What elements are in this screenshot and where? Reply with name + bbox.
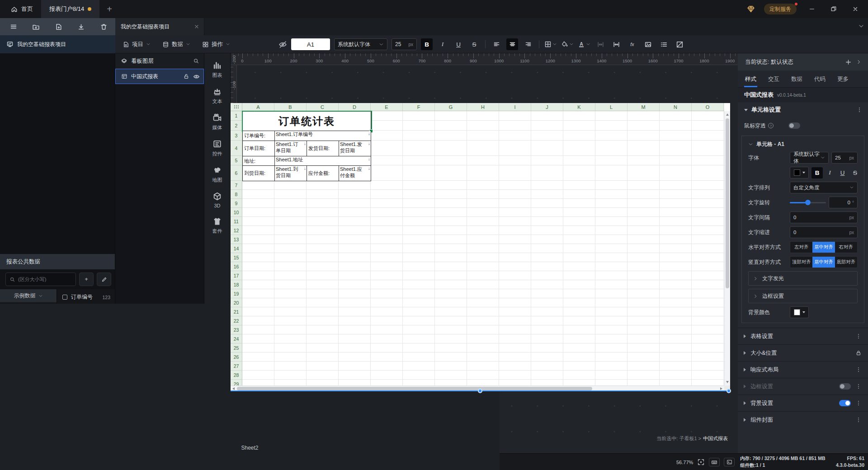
- gem-icon[interactable]: [747, 5, 755, 13]
- search-input[interactable]: (区分大小写): [5, 273, 76, 286]
- edit-dataset-button[interactable]: [97, 273, 111, 286]
- italic-button[interactable]: I: [437, 38, 448, 50]
- console-button[interactable]: [724, 458, 735, 466]
- sheet-cell-label[interactable]: 订单编号:: [243, 131, 275, 141]
- collapse-panel-icon[interactable]: [858, 23, 864, 29]
- borders-dropdown[interactable]: [544, 41, 557, 48]
- row-cells[interactable]: [242, 208, 724, 217]
- component-category-图表[interactable]: 图表: [204, 60, 230, 80]
- cell-reference-input[interactable]: A1: [291, 38, 330, 50]
- row-cells[interactable]: [242, 334, 724, 343]
- row-cells[interactable]: [242, 235, 724, 244]
- font-color-dropdown[interactable]: A: [578, 41, 590, 48]
- row-header-7[interactable]: 7: [231, 181, 242, 190]
- vertical-scroll-thumb[interactable]: [726, 118, 729, 288]
- scroll-down-arrow[interactable]: [726, 381, 729, 383]
- title-cell[interactable]: 订单统计表: [243, 112, 371, 131]
- row-header-25[interactable]: 25: [231, 343, 242, 352]
- close-button[interactable]: [849, 3, 862, 15]
- row-header-24[interactable]: 24: [231, 334, 242, 343]
- column-header-H[interactable]: H: [467, 103, 499, 111]
- chevron-right-icon[interactable]: [856, 59, 862, 65]
- font-color-swatch[interactable]: [790, 167, 809, 179]
- new-folder-icon[interactable]: [32, 23, 40, 31]
- valign-option-居中对齐[interactable]: 居中对齐: [812, 257, 835, 268]
- section-响应式布局[interactable]: 响应式布局: [738, 361, 868, 378]
- row-header-1[interactable]: 1: [231, 111, 242, 121]
- section-组件封面[interactable]: 组件封面: [738, 411, 868, 428]
- field-row[interactable]: 订单编号123: [57, 291, 115, 304]
- row-header-22[interactable]: 22: [231, 316, 242, 325]
- column-header-J[interactable]: J: [531, 103, 563, 111]
- tab-home[interactable]: 首页: [3, 0, 41, 18]
- column-header-M[interactable]: M: [627, 103, 660, 111]
- scroll-up-arrow[interactable]: [726, 113, 729, 116]
- font-size-input[interactable]: 25 px: [392, 38, 417, 50]
- align-right-button[interactable]: [522, 38, 534, 50]
- underline-button[interactable]: U: [837, 167, 848, 179]
- restore-button[interactable]: [827, 3, 840, 15]
- horizontal-scroll-thumb[interactable]: [237, 387, 592, 390]
- hide-eye-icon[interactable]: [278, 40, 287, 49]
- row-header-3[interactable]: 3: [231, 131, 242, 141]
- fill-color-dropdown[interactable]: [561, 41, 574, 48]
- merge-cells-button[interactable]: [594, 38, 606, 50]
- vertical-scrollbar[interactable]: [724, 111, 730, 385]
- column-header-L[interactable]: L: [595, 103, 627, 111]
- menu-icon[interactable]: [10, 23, 17, 30]
- row-header-16[interactable]: 16: [231, 262, 242, 271]
- row-cells[interactable]: [242, 226, 724, 235]
- menu-project[interactable]: 项目: [123, 41, 151, 48]
- layer-item-china-report[interactable]: 中国式报表: [115, 69, 204, 84]
- row-cells[interactable]: [242, 289, 724, 298]
- sheet-cell-data[interactable]: Sheet1.到货日期↓: [275, 166, 307, 181]
- column-header-K[interactable]: K: [563, 103, 595, 111]
- row-header-29[interactable]: 29: [231, 380, 242, 385]
- row-cells[interactable]: [242, 253, 724, 262]
- eye-icon[interactable]: [193, 73, 200, 80]
- row-cells[interactable]: [242, 298, 724, 307]
- column-header-A[interactable]: A: [242, 103, 274, 111]
- spreadsheet-component[interactable]: ABCDEFGHIJKLMNO 123456789101112131415161…: [231, 103, 730, 391]
- row-header-14[interactable]: 14: [231, 244, 242, 253]
- section-背景设置[interactable]: 背景设置: [738, 395, 868, 411]
- valign-option-底部对齐[interactable]: 底部对齐: [835, 257, 857, 268]
- cell-dropdown-arrow-icon[interactable]: ↓: [368, 131, 370, 137]
- row-cells[interactable]: [242, 316, 724, 325]
- row-header-19[interactable]: 19: [231, 289, 242, 298]
- kebab-icon[interactable]: [855, 400, 862, 406]
- kebab-icon[interactable]: [855, 383, 862, 390]
- tab-样式[interactable]: 样式: [745, 75, 756, 87]
- scroll-left-arrow[interactable]: [232, 387, 235, 390]
- row-cells[interactable]: [242, 271, 724, 280]
- row-header-17[interactable]: 17: [231, 271, 242, 280]
- row-cells[interactable]: [242, 262, 724, 271]
- row-header-23[interactable]: 23: [231, 325, 242, 334]
- column-header-G[interactable]: G: [435, 103, 467, 111]
- scroll-right-arrow[interactable]: [720, 387, 722, 390]
- sheet-cell-label[interactable]: 到货日期:: [243, 166, 275, 181]
- italic-button[interactable]: I: [824, 167, 835, 179]
- component-category-套件[interactable]: 套件: [204, 216, 230, 235]
- component-category-地图[interactable]: 地图: [204, 164, 230, 184]
- column-header-B[interactable]: B: [274, 103, 307, 111]
- row-header-15[interactable]: 15: [231, 253, 242, 262]
- row-header-27[interactable]: 27: [231, 362, 242, 371]
- row-cells[interactable]: [242, 217, 724, 226]
- cell-dropdown-arrow-icon[interactable]: ↓: [368, 166, 370, 172]
- download-icon[interactable]: [77, 23, 85, 31]
- halign-option-左对齐[interactable]: 左对齐: [790, 242, 812, 253]
- font-family-select[interactable]: 系统默认字体: [790, 152, 829, 164]
- minimize-button[interactable]: [806, 3, 818, 15]
- border-settings-section[interactable]: 边框设置: [748, 289, 858, 303]
- unlock-icon[interactable]: [183, 73, 189, 80]
- section-表格设置[interactable]: 表格设置: [738, 328, 868, 344]
- sheet-cell-data[interactable]: Sheet1.地址↓: [275, 156, 371, 166]
- component-category-文本[interactable]: 文本: [204, 86, 230, 106]
- sheet-cell-data[interactable]: Sheet1.应付金额↓: [339, 166, 371, 181]
- document-tab[interactable]: 我的空基础报表项目: [115, 18, 204, 35]
- column-header-E[interactable]: E: [371, 103, 403, 111]
- tab-数据[interactable]: 数据: [791, 75, 802, 87]
- sheet-cell-label[interactable]: 应付金额:: [307, 166, 339, 181]
- kebab-icon[interactable]: [855, 417, 862, 423]
